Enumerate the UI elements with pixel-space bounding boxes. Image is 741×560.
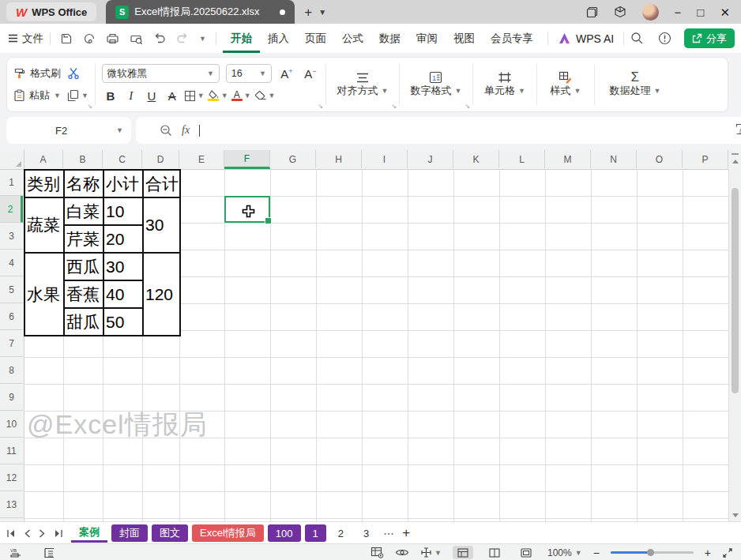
row-header-9[interactable]: 9 <box>0 384 23 411</box>
quickbar-chevron-icon[interactable]: ▼ <box>199 35 206 43</box>
table-cell[interactable]: 小计 <box>103 170 143 197</box>
style-group[interactable]: 样式▼ <box>537 58 594 111</box>
row-header-1[interactable]: 1 <box>0 169 23 196</box>
minimize-button[interactable]: − <box>675 6 682 18</box>
table-cell[interactable]: 50 <box>103 308 143 336</box>
row-header-7[interactable]: 7 <box>0 330 23 357</box>
bold-button[interactable]: B <box>102 89 119 103</box>
vertical-scroll-thumb[interactable] <box>732 188 739 393</box>
copy-button[interactable]: ▼ <box>67 89 88 102</box>
column-header-J[interactable]: J <box>408 150 453 168</box>
vertical-scrollbar[interactable] <box>729 150 741 521</box>
sheet-tab-100[interactable]: 100 <box>268 524 301 542</box>
print-preview-icon[interactable] <box>130 32 143 45</box>
save-icon[interactable] <box>60 32 73 45</box>
last-sheet-icon[interactable] <box>54 529 63 538</box>
clear-format-button[interactable]: ▼ <box>254 91 276 101</box>
font-dialog-launcher-icon[interactable]: ↘ <box>318 103 323 110</box>
menu-tab-数据[interactable]: 数据 <box>371 24 408 53</box>
formula-bar[interactable]: fx fx <box>136 117 741 144</box>
outline-icon[interactable] <box>43 547 55 558</box>
next-sheet-icon[interactable] <box>39 529 46 538</box>
arrange-windows-icon[interactable] <box>586 6 598 18</box>
fx-icon[interactable]: fx <box>182 124 190 137</box>
sheet-tab-图文[interactable]: 图文 <box>152 524 188 542</box>
sync-warning-icon[interactable] <box>658 32 671 45</box>
column-header-I[interactable]: I <box>362 150 408 168</box>
italic-button[interactable]: I <box>122 89 140 103</box>
wps-office-menu[interactable]: W WPS Office <box>6 2 96 21</box>
column-header-L[interactable]: L <box>499 150 545 168</box>
font-name-select[interactable]: 微软雅黑▼ <box>102 64 220 83</box>
table-cell[interactable]: 甜瓜 <box>64 308 103 336</box>
table-cell[interactable]: 芹菜 <box>64 225 103 253</box>
file-menu[interactable]: 文件 <box>8 32 43 46</box>
font-size-select[interactable]: 16▼ <box>226 64 272 83</box>
alignment-group[interactable]: 对齐方式▼ ↘ <box>326 58 399 111</box>
underline-button[interactable]: U <box>143 89 160 103</box>
sheet-tab-封面[interactable]: 封面 <box>111 524 148 542</box>
borders-button[interactable]: ▼ <box>184 90 205 102</box>
column-header-H[interactable]: H <box>316 150 362 168</box>
name-box[interactable]: F2 ▼ <box>6 117 131 144</box>
sheet-tab-Excel情报局[interactable]: Excel情报局 <box>192 524 264 542</box>
sheet-tab-2[interactable]: 2 <box>330 524 352 542</box>
format-painter-button[interactable]: 格式刷 <box>13 66 61 81</box>
select-all-corner[interactable] <box>0 150 24 170</box>
expand-formula-bar-icon[interactable]: fx <box>735 123 741 137</box>
alignment-dialog-launcher-icon[interactable]: ↘ <box>391 103 397 110</box>
column-header-K[interactable]: K <box>453 150 499 168</box>
table-cell[interactable]: 水果 <box>24 253 64 336</box>
scroll-down-icon[interactable] <box>732 513 739 517</box>
column-header-F[interactable]: F <box>224 150 270 169</box>
search-icon[interactable] <box>630 32 644 45</box>
row-header-10[interactable]: 10 <box>0 411 23 438</box>
page-break-view-button[interactable] <box>516 546 536 559</box>
apps-cube-icon[interactable] <box>614 6 626 18</box>
sheet-tab-3[interactable]: 3 <box>355 524 377 542</box>
redo-icon[interactable] <box>176 32 189 44</box>
column-header-A[interactable]: A <box>24 150 63 168</box>
zoom-out-button[interactable]: − <box>593 547 600 558</box>
selected-cell-F2[interactable] <box>224 196 270 223</box>
table-cell[interactable]: 10 <box>103 197 143 225</box>
row-header-11[interactable]: 11 <box>0 438 23 464</box>
table-cell[interactable]: 合计 <box>143 170 180 197</box>
data-group[interactable]: Σ 数据处理▼ <box>595 58 675 111</box>
row-header-5[interactable]: 5 <box>0 276 23 303</box>
name-box-chevron-icon[interactable]: ▼ <box>116 126 123 134</box>
row-header-12[interactable]: 12 <box>0 464 23 491</box>
eye-icon[interactable] <box>395 547 409 558</box>
column-header-O[interactable]: O <box>637 150 683 168</box>
zoom-level-control[interactable]: 100% ▼ <box>547 547 582 558</box>
zoom-slider-thumb[interactable] <box>647 549 654 556</box>
first-sheet-icon[interactable] <box>6 529 16 538</box>
previous-sheet-icon[interactable] <box>24 529 31 538</box>
strikethrough-button[interactable]: A <box>164 89 181 103</box>
table-cell[interactable]: 30 <box>103 253 143 280</box>
sheet-tab-案例[interactable]: 案例 <box>71 524 107 543</box>
center-view-button[interactable]: ▼ <box>420 547 442 558</box>
row-header-8[interactable]: 8 <box>0 357 23 384</box>
fill-handle[interactable] <box>265 217 272 224</box>
spreadsheet-grid[interactable]: ABCDEFGHIJKLMNOP 12345678910111213 @Exce… <box>0 150 729 521</box>
document-tab[interactable]: S Excel情报局.20250622.xlsx <box>106 0 295 24</box>
add-sheet-button[interactable]: + <box>402 525 410 541</box>
table-cell[interactable]: 30 <box>143 197 180 253</box>
row-header-13[interactable]: 13 <box>0 491 23 518</box>
increase-font-button[interactable]: A+ <box>278 67 295 81</box>
column-header-G[interactable]: G <box>270 150 316 168</box>
undo-icon[interactable] <box>153 32 166 44</box>
maximize-button[interactable]: □ <box>697 6 704 18</box>
menu-tab-插入[interactable]: 插入 <box>260 24 297 53</box>
column-header-N[interactable]: N <box>591 150 637 168</box>
table-cell[interactable]: 120 <box>143 253 180 336</box>
scroll-up-icon[interactable] <box>732 160 739 163</box>
zoom-in-button[interactable]: + <box>705 547 711 558</box>
menu-tab-开始[interactable]: 开始 <box>223 24 260 53</box>
normal-view-button[interactable] <box>453 546 473 559</box>
user-avatar[interactable] <box>642 4 659 21</box>
fill-color-button[interactable]: ▼ <box>208 90 228 101</box>
table-cell[interactable]: 香蕉 <box>64 280 103 308</box>
table-cell[interactable]: 白菜 <box>64 197 103 225</box>
